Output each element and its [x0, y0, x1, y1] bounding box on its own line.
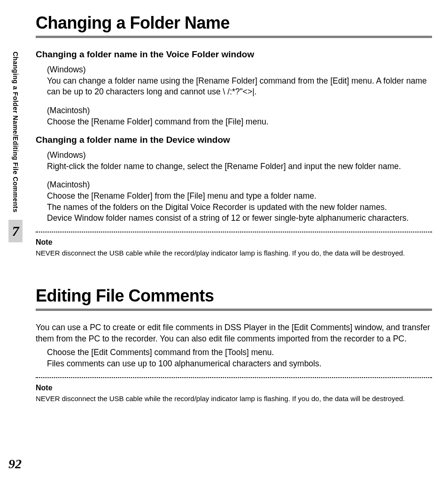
sub1-windows-block: (Windows) You can change a folder name u… — [47, 64, 432, 98]
sub1-heading: Changing a folder name in the Voice Fold… — [36, 49, 432, 60]
section2-intro: You can use a PC to create or edit file … — [36, 322, 432, 344]
section2-step1: Choose the [Edit Comments] command from … — [47, 347, 432, 358]
sidebar: Changing a Folder Name/Editing File Comm… — [8, 52, 23, 242]
sub1-mac-block: (Macintosh) Choose the [Rename Folder] c… — [47, 105, 432, 127]
section2-step2: Files comments can use up to 100 alphanu… — [47, 358, 432, 370]
sub2-mac-body3: Device Window folder names consist of a … — [47, 213, 432, 224]
os-label-mac: (Macintosh) — [47, 105, 432, 116]
sub2-mac-body2: The names of the folders on the Digital … — [47, 202, 432, 213]
title-rule — [36, 36, 432, 38]
chapter-number-box: 7 — [8, 220, 23, 242]
os-label-windows: (Windows) — [47, 150, 432, 161]
title-rule — [36, 309, 432, 311]
note-heading: Note — [36, 384, 432, 392]
sub2-heading: Changing a folder name in the Device win… — [36, 135, 432, 145]
note-body: NEVER disconnect the USB cable while the… — [36, 394, 432, 403]
sub2-windows-body: Right-click the folder name to change, s… — [47, 162, 401, 171]
sub2-windows-block: (Windows) Right-click the folder name to… — [47, 150, 432, 172]
section1-title: Changing a Folder Name — [36, 13, 432, 33]
page-number: 92 — [8, 457, 22, 472]
dotted-separator — [36, 377, 432, 378]
os-label-mac: (Macintosh) — [47, 179, 432, 191]
sub2-mac-block: (Macintosh) Choose the [Rename Folder] f… — [47, 179, 432, 224]
note-body: NEVER disconnect the USB cable while the… — [36, 248, 432, 258]
sub2-mac-body1: Choose the [Rename Folder] from the [Fil… — [47, 191, 317, 201]
main-content: Changing a Folder Name Changing a folder… — [36, 13, 432, 403]
sidebar-running-head: Changing a Folder Name/Editing File Comm… — [12, 52, 19, 212]
sub1-windows-body: You can change a folder name using the [… — [47, 76, 427, 97]
sub1-mac-body: Choose the [Rename Folder] command from … — [47, 117, 269, 126]
dotted-separator — [36, 232, 432, 232]
section2-steps: Choose the [Edit Comments] command from … — [47, 347, 432, 369]
note-heading: Note — [36, 238, 432, 247]
os-label-windows: (Windows) — [47, 64, 432, 76]
section2-title: Editing File Comments — [36, 286, 432, 306]
